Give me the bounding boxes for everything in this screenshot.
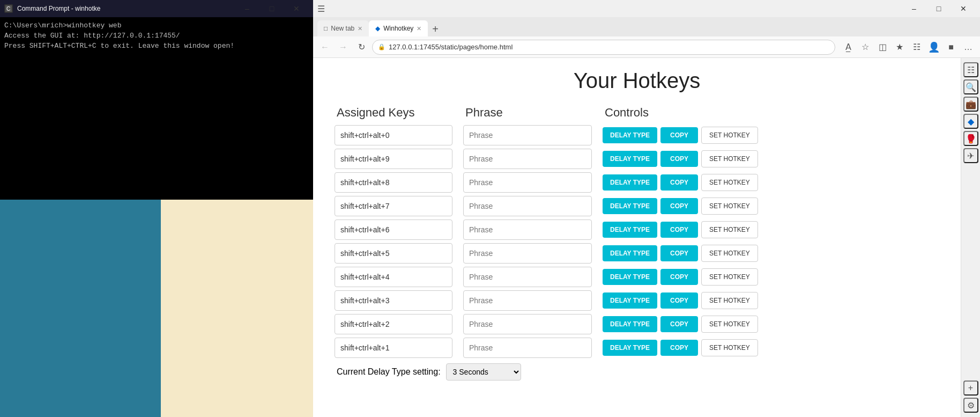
phrase-input-9[interactable] <box>463 338 592 358</box>
page-title: Your Hotkeys <box>335 69 939 93</box>
copy-btn-5[interactable]: COPY <box>660 245 698 261</box>
cmd-line-1: C:\Users\mrich>winhotkey web <box>4 21 309 30</box>
sidebar-copilot-btn[interactable]: ◆ <box>963 114 978 129</box>
translate-icon-btn[interactable]: A̲ <box>841 40 856 55</box>
key-input-7[interactable] <box>335 290 452 311</box>
tab-newtab-icon: □ <box>324 25 328 32</box>
set-hotkey-btn-5[interactable]: SET HOTKEY <box>701 245 758 262</box>
delay-type-btn-2[interactable]: DELAY TYPE <box>603 174 657 191</box>
controls-9: DELAY TYPE COPY SET HOTKEY <box>603 339 939 356</box>
cmd-window-controls: – □ ✕ <box>235 0 309 17</box>
more-btn[interactable]: … <box>961 40 976 55</box>
tab-winhotkey-label: Winhotkey <box>383 25 413 32</box>
browser-tabs-bar: □ New tab ✕ ◆ Winhotkey ✕ + <box>313 17 980 36</box>
phrase-input-8[interactable] <box>463 314 592 334</box>
copy-btn-8[interactable]: COPY <box>660 316 698 332</box>
controls-5: DELAY TYPE COPY SET HOTKEY <box>603 245 939 262</box>
url-text: 127.0.0.1:17455/static/pages/home.html <box>389 43 513 51</box>
copy-btn-9[interactable]: COPY <box>660 340 698 356</box>
phrase-input-4[interactable] <box>463 220 592 240</box>
browser-window-controls: – □ ✕ <box>902 0 976 17</box>
key-input-1[interactable] <box>335 149 452 169</box>
delay-type-btn-5[interactable]: DELAY TYPE <box>603 245 657 261</box>
delay-select[interactable]: 1 Second 2 Seconds 3 Seconds 5 Seconds 1… <box>446 363 521 381</box>
phrase-input-5[interactable] <box>463 243 592 264</box>
sidebar-work-btn[interactable]: 💼 <box>963 97 978 112</box>
set-hotkey-btn-8[interactable]: SET HOTKEY <box>701 316 758 333</box>
cmd-icon: C <box>4 4 13 13</box>
key-input-9[interactable] <box>335 338 452 358</box>
url-bar[interactable]: 🔒 127.0.0.1:17455/static/pages/home.html <box>372 40 835 55</box>
key-input-3[interactable] <box>335 196 452 216</box>
browser-close-btn[interactable]: ✕ <box>951 0 976 17</box>
browser-minimize-btn[interactable]: – <box>902 0 926 17</box>
tab-winhotkey-close[interactable]: ✕ <box>417 25 421 32</box>
cmd-close-btn[interactable]: ✕ <box>284 0 309 17</box>
delay-type-btn-4[interactable]: DELAY TYPE <box>603 222 657 238</box>
key-input-6[interactable] <box>335 267 452 287</box>
nav-refresh-btn[interactable]: ↻ <box>354 40 369 55</box>
key-input-2[interactable] <box>335 172 452 193</box>
phrase-input-1[interactable] <box>463 149 592 169</box>
key-input-5[interactable] <box>335 243 452 264</box>
set-hotkey-btn-9[interactable]: SET HOTKEY <box>701 339 758 356</box>
extensions-btn[interactable]: ■ <box>944 40 959 55</box>
delay-type-btn-1[interactable]: DELAY TYPE <box>603 151 657 167</box>
delay-type-btn-7[interactable]: DELAY TYPE <box>603 292 657 309</box>
sidebar-extensions-btn[interactable]: 🥊 <box>963 131 978 146</box>
cmd-minimize-btn[interactable]: – <box>235 0 259 17</box>
profile-btn[interactable]: 👤 <box>926 40 941 55</box>
set-hotkey-btn-6[interactable]: SET HOTKEY <box>701 268 758 286</box>
copy-btn-0[interactable]: COPY <box>660 127 698 143</box>
tab-winhotkey[interactable]: ◆ Winhotkey ✕ <box>369 20 428 36</box>
cmd-maximize-btn[interactable]: □ <box>259 0 284 17</box>
key-input-4[interactable] <box>335 220 452 240</box>
nav-back-btn[interactable]: ← <box>317 40 332 55</box>
split-screen-btn[interactable]: ◫ <box>875 40 890 55</box>
copy-btn-7[interactable]: COPY <box>660 292 698 309</box>
sidebar-search-btn[interactable]: 🔍 <box>963 79 978 94</box>
controls-7: DELAY TYPE COPY SET HOTKEY <box>603 292 939 309</box>
new-tab-btn[interactable]: + <box>428 23 443 35</box>
phrase-input-3[interactable] <box>463 196 592 216</box>
cmd-terminal-content: C:\Users\mrich>winhotkey web Access the … <box>0 17 313 200</box>
bookmark-icon-btn[interactable]: ☆ <box>858 40 873 55</box>
delay-type-btn-6[interactable]: DELAY TYPE <box>603 269 657 285</box>
collections-btn[interactable]: ☷ <box>909 40 924 55</box>
favorites-btn[interactable]: ★ <box>892 40 907 55</box>
browser-content: Your Hotkeys Assigned Keys Phrase Contro… <box>313 58 961 417</box>
key-input-8[interactable] <box>335 314 452 334</box>
copy-btn-2[interactable]: COPY <box>660 174 698 191</box>
set-hotkey-btn-4[interactable]: SET HOTKEY <box>701 221 758 238</box>
phrase-input-2[interactable] <box>463 172 592 193</box>
delay-type-btn-0[interactable]: DELAY TYPE <box>603 127 657 143</box>
sidebar-add-btn[interactable]: + <box>963 381 978 396</box>
tab-newtab-label: New tab <box>331 25 354 32</box>
sidebar-settings-icon-btn[interactable]: ⚙ <box>963 398 978 413</box>
nav-forward-btn[interactable]: → <box>336 40 351 55</box>
sidebar-collections-btn[interactable]: ☷ <box>963 62 978 77</box>
tab-newtab-close[interactable]: ✕ <box>358 25 362 32</box>
delay-type-btn-3[interactable]: DELAY TYPE <box>603 198 657 214</box>
set-hotkey-btn-0[interactable]: SET HOTKEY <box>701 127 758 144</box>
key-input-0[interactable] <box>335 125 452 145</box>
phrase-input-7[interactable] <box>463 290 592 311</box>
set-hotkey-btn-3[interactable]: SET HOTKEY <box>701 197 758 215</box>
phrase-input-6[interactable] <box>463 267 592 287</box>
phrase-input-0[interactable] <box>463 125 592 145</box>
browser-profile-icon: ☰ <box>317 4 325 14</box>
cmd-line-3: Press SHIFT+ALT+CTRL+C to exit. Leave th… <box>4 42 309 50</box>
delay-type-btn-8[interactable]: DELAY TYPE <box>603 316 657 332</box>
copy-btn-6[interactable]: COPY <box>660 269 698 285</box>
tab-newtab[interactable]: □ New tab ✕ <box>317 20 369 36</box>
copy-btn-4[interactable]: COPY <box>660 222 698 238</box>
set-hotkey-btn-2[interactable]: SET HOTKEY <box>701 174 758 191</box>
sidebar-discover-btn[interactable]: ✈ <box>963 148 978 163</box>
browser-restore-btn[interactable]: □ <box>926 0 951 17</box>
set-hotkey-btn-1[interactable]: SET HOTKEY <box>701 150 758 167</box>
copy-btn-3[interactable]: COPY <box>660 198 698 214</box>
set-hotkey-btn-7[interactable]: SET HOTKEY <box>701 292 758 309</box>
controls-0: DELAY TYPE COPY SET HOTKEY <box>603 127 939 144</box>
delay-type-btn-9[interactable]: DELAY TYPE <box>603 340 657 356</box>
copy-btn-1[interactable]: COPY <box>660 151 698 167</box>
